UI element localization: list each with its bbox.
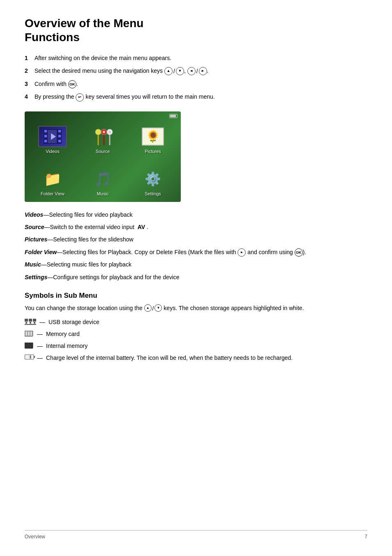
step-number: 4 bbox=[25, 93, 30, 101]
menu-grid: Videos bbox=[25, 111, 181, 202]
svg-point-13 bbox=[103, 131, 105, 133]
symbol-charge: — Charge level of the internal battery. … bbox=[25, 354, 367, 362]
svg-point-10 bbox=[97, 131, 99, 133]
internal-dash: — bbox=[37, 342, 43, 350]
menu-cell-source: Source bbox=[79, 116, 127, 155]
svg-rect-19 bbox=[25, 322, 27, 324]
svg-rect-22 bbox=[33, 319, 36, 322]
music-icon: 🎵 bbox=[88, 168, 117, 190]
desc-text-music: —Selecting music files for playback bbox=[41, 261, 131, 268]
symbols-intro: You can change the storage location usin… bbox=[25, 304, 367, 313]
charge-battery-icon bbox=[25, 354, 34, 359]
pictures-label: Pictures bbox=[145, 149, 161, 154]
footer-right: 7 bbox=[364, 534, 367, 540]
step-2: 2 Select the desired menu using the navi… bbox=[25, 67, 367, 76]
svg-rect-2 bbox=[44, 135, 47, 137]
desc-term-folder: Folder View bbox=[25, 249, 57, 255]
footer-left: Overview bbox=[25, 534, 45, 540]
charge-seg-1 bbox=[25, 355, 27, 359]
menu-cell-settings: ⚙️ Settings bbox=[129, 158, 177, 198]
symbol-usb: — USB storage device bbox=[25, 318, 367, 327]
step-3: 3 Confirm with OK. bbox=[25, 80, 367, 88]
step-4: 4 By pressing the ↩ key several times yo… bbox=[25, 93, 367, 101]
svg-rect-6 bbox=[58, 140, 61, 142]
usb-storage-icon bbox=[25, 319, 36, 325]
page-footer: Overview 7 bbox=[25, 530, 367, 540]
svg-rect-27 bbox=[28, 331, 30, 336]
step-number: 3 bbox=[25, 80, 30, 88]
folder-icon: 📁 bbox=[38, 168, 67, 190]
nav-down-icon: ▼ bbox=[176, 67, 184, 75]
memcard-dash: — bbox=[37, 330, 43, 338]
desc-source: Source—Switch to the external video inpu… bbox=[25, 222, 367, 232]
svg-rect-18 bbox=[25, 319, 28, 322]
music-label: Music bbox=[97, 191, 109, 196]
charge-text: Charge level of the internal battery. Th… bbox=[46, 354, 293, 362]
charge-seg-2 bbox=[28, 355, 29, 359]
step-text: Confirm with OK. bbox=[35, 80, 78, 88]
svg-rect-21 bbox=[30, 322, 31, 324]
svg-rect-23 bbox=[34, 322, 35, 324]
settings-label: Settings bbox=[145, 191, 161, 196]
rca-cables-svg bbox=[92, 128, 113, 145]
nav-right-icon: ► bbox=[199, 67, 207, 75]
source-icon bbox=[88, 126, 117, 147]
slash: / bbox=[196, 67, 198, 76]
menu-cell-folder: 📁 Folder View bbox=[29, 158, 76, 198]
menu-descriptions: Videos—Selecting files for video playbac… bbox=[25, 210, 367, 282]
svg-rect-28 bbox=[30, 331, 32, 336]
svg-rect-20 bbox=[29, 319, 32, 322]
symbols-title: Symbols in Sub Menu bbox=[25, 292, 367, 300]
step-text: Select the desired menu using the naviga… bbox=[35, 67, 208, 76]
svg-rect-1 bbox=[44, 130, 47, 132]
memcard-icon-svg bbox=[25, 331, 34, 337]
menu-cell-pictures: 🌻 Pictures bbox=[129, 116, 177, 155]
desc-text-settings: —Configure settings for playback and for… bbox=[47, 274, 179, 280]
nav-up-icon: ▲ bbox=[164, 67, 173, 75]
film-strip-svg bbox=[44, 129, 62, 144]
symbol-memcard: — Memory card bbox=[25, 330, 367, 338]
videos-icon bbox=[38, 126, 67, 147]
menu-screenshot: Videos bbox=[25, 111, 181, 202]
page-content: Overview of the Menu Functions 1 After s… bbox=[0, 0, 392, 390]
step-1: 1 After switching on the device the main… bbox=[25, 54, 367, 63]
right-btn-icon: ► bbox=[238, 248, 246, 257]
svg-rect-5 bbox=[58, 135, 61, 137]
desc-term-settings: Settings bbox=[25, 274, 47, 280]
sunflower-icon: 🌻 bbox=[142, 127, 164, 146]
step-text: After switching on the device the main m… bbox=[35, 54, 171, 63]
slash: / bbox=[173, 67, 175, 76]
svg-rect-26 bbox=[25, 331, 27, 336]
charge-dash: — bbox=[37, 354, 43, 362]
internal-text: Internal memory bbox=[46, 342, 88, 350]
step-number: 2 bbox=[25, 67, 30, 76]
nav-left-icon: ◄ bbox=[187, 67, 196, 75]
desc-folder: Folder View—Selecting files for Playback… bbox=[25, 248, 367, 257]
usb-dash: — bbox=[39, 318, 45, 327]
settings-icon: ⚙️ bbox=[138, 168, 167, 190]
svg-rect-29 bbox=[25, 343, 33, 348]
desc-text-source: —Switch to the external video input AV . bbox=[44, 224, 148, 230]
memcard-text: Memory card bbox=[46, 330, 80, 338]
symbol-internal: — Internal memory bbox=[25, 342, 367, 350]
step-number: 1 bbox=[25, 54, 30, 63]
internal-memory-icon bbox=[25, 343, 34, 349]
steps-list: 1 After switching on the device the main… bbox=[25, 54, 367, 101]
desc-music: Music—Selecting music files for playback bbox=[25, 260, 367, 269]
nav-down-2-icon: ▼ bbox=[154, 304, 162, 312]
desc-term-videos: Videos bbox=[25, 211, 43, 218]
svg-rect-24 bbox=[25, 324, 36, 325]
memory-card-icon bbox=[25, 331, 34, 337]
ok-badge-2-icon: OK bbox=[295, 248, 303, 257]
battery-icon bbox=[169, 114, 178, 118]
charge-seg-3 bbox=[30, 355, 31, 359]
desc-videos: Videos—Selecting files for video playbac… bbox=[25, 210, 367, 219]
desc-term-source: Source bbox=[25, 224, 44, 230]
source-label: Source bbox=[96, 149, 110, 154]
page-title: Overview of the Menu Functions bbox=[25, 16, 367, 44]
ok-badge-icon: OK bbox=[68, 80, 76, 88]
symbols-section: Symbols in Sub Menu You can change the s… bbox=[25, 292, 367, 362]
menu-cell-videos: Videos bbox=[29, 116, 76, 155]
desc-settings: Settings—Configure settings for playback… bbox=[25, 273, 367, 282]
desc-term-music: Music bbox=[25, 261, 41, 268]
